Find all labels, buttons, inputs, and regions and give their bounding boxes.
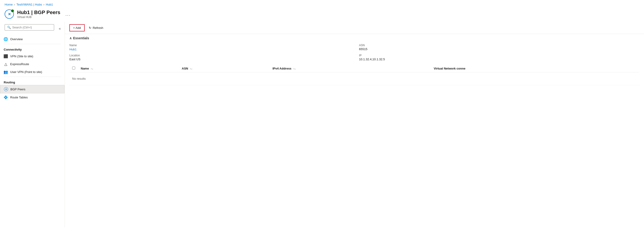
sidebar: 🔍 « 🌐 Overview Connectivity ⬛ VPN (Site … bbox=[0, 22, 65, 228]
sidebar-item-vpn[interactable]: ⬛ VPN (Site to site) bbox=[0, 52, 64, 60]
refresh-icon: ↻ bbox=[89, 26, 91, 29]
breadcrumb-hub1[interactable]: Hub1 bbox=[46, 3, 53, 6]
table-header: Name ↑↓ ASN ↑↓ IPv4 Address ↑↓ Virtual bbox=[70, 65, 639, 72]
page-header: Hub1 | BGP Peers Virtual HUB ... bbox=[0, 8, 644, 22]
essentials-ip-value: 10.1.32.4,10.1.32.5 bbox=[359, 57, 639, 61]
no-results-label: No results bbox=[72, 74, 636, 83]
page-icon bbox=[5, 9, 14, 19]
essentials-collapse-icon: ∧ bbox=[70, 36, 72, 40]
sidebar-item-bgppeers[interactable]: ✕ BGP Peers bbox=[0, 85, 64, 93]
table-header-vnetconn: Virtual Network conne bbox=[431, 65, 639, 72]
sidebar-item-expressroute[interactable]: △ ExpressRoute bbox=[0, 60, 64, 68]
search-icon: 🔍 bbox=[7, 26, 11, 29]
essentials-location: Location East US bbox=[70, 54, 350, 61]
sidebar-item-uservpn[interactable]: 👥 User VPN (Point to site) bbox=[0, 68, 64, 76]
status-indicator bbox=[11, 9, 14, 12]
essentials-asn-label: ASN bbox=[359, 44, 639, 47]
essentials-asn-value: 65515 bbox=[359, 47, 639, 51]
sort-asn-icon: ↑↓ bbox=[190, 67, 192, 70]
refresh-label: Refresh bbox=[93, 26, 104, 29]
essentials-header[interactable]: ∧ Essentials bbox=[65, 34, 644, 42]
main-content: + Add ↻ Refresh ∧ Essentials Name Hub1 A… bbox=[65, 22, 644, 228]
routing-section-label: Routing bbox=[0, 78, 64, 85]
table-header-asn[interactable]: ASN ↑↓ bbox=[179, 65, 270, 72]
breadcrumb-home[interactable]: Home bbox=[5, 3, 13, 6]
sidebar-divider-2 bbox=[4, 77, 61, 77]
page-title: Hub1 | BGP Peers bbox=[17, 9, 60, 15]
essentials-name-value[interactable]: Hub1 bbox=[70, 48, 76, 51]
table-header-name[interactable]: Name ↑↓ bbox=[78, 65, 179, 72]
sidebar-item-expressroute-label: ExpressRoute bbox=[10, 62, 29, 66]
routetables-icon: 💠 bbox=[4, 95, 8, 99]
select-all-checkbox[interactable] bbox=[72, 66, 75, 69]
sidebar-item-bgppeers-label: BGP Peers bbox=[10, 88, 26, 91]
essentials-location-label: Location bbox=[70, 54, 350, 57]
essentials-name-label: Name bbox=[70, 44, 350, 47]
sidebar-item-uservpn-label: User VPN (Point to site) bbox=[10, 70, 42, 74]
essentials-body: Name Hub1 ASN 65515 Location East US IP … bbox=[65, 42, 644, 65]
search-input[interactable] bbox=[12, 26, 52, 29]
sort-ipv4-icon: ↑↓ bbox=[293, 67, 296, 70]
table-header-ipv4[interactable]: IPv4 Address ↑↓ bbox=[270, 65, 431, 72]
refresh-button[interactable]: ↻ Refresh bbox=[86, 25, 107, 31]
table-container: Name ↑↓ ASN ↑↓ IPv4 Address ↑↓ Virtual bbox=[65, 65, 644, 85]
sidebar-item-overview-label: Overview bbox=[10, 37, 23, 41]
more-options-button[interactable]: ... bbox=[64, 11, 73, 17]
essentials-location-value: East US bbox=[70, 57, 350, 61]
bgp-peers-table: Name ↑↓ ASN ↑↓ IPv4 Address ↑↓ Virtual bbox=[70, 65, 639, 85]
expressroute-icon: △ bbox=[4, 62, 8, 66]
collapse-sidebar-button[interactable]: « bbox=[57, 26, 62, 31]
page-subtitle: Virtual HUB bbox=[17, 15, 60, 19]
breadcrumb-testvwan[interactable]: TestVWAN1 | Hubs bbox=[16, 3, 42, 6]
bgp-icon: ✕ bbox=[4, 87, 8, 91]
toolbar: + Add ↻ Refresh bbox=[65, 22, 644, 34]
table-header-checkbox bbox=[70, 65, 78, 72]
main-layout: 🔍 « 🌐 Overview Connectivity ⬛ VPN (Site … bbox=[0, 22, 644, 228]
vpn-icon: ⬛ bbox=[4, 54, 8, 58]
sort-name-icon: ↑↓ bbox=[91, 67, 93, 70]
globe-icon: 🌐 bbox=[4, 37, 8, 41]
table-body: No results bbox=[70, 72, 639, 85]
sidebar-divider-1 bbox=[4, 44, 61, 44]
page-title-group: Hub1 | BGP Peers Virtual HUB bbox=[17, 9, 60, 19]
sidebar-item-vpn-label: VPN (Site to site) bbox=[10, 54, 33, 58]
breadcrumb: Home › TestVWAN1 | Hubs › Hub1 bbox=[0, 0, 644, 8]
sidebar-item-routetables-label: Route Tables bbox=[10, 96, 28, 99]
essentials-ip-label: IP bbox=[359, 54, 639, 57]
search-box[interactable]: 🔍 bbox=[5, 24, 54, 30]
essentials-asn: ASN 65515 bbox=[359, 44, 639, 51]
essentials-label: Essentials bbox=[73, 36, 89, 40]
sidebar-item-routetables[interactable]: 💠 Route Tables bbox=[0, 93, 64, 101]
add-button[interactable]: + Add bbox=[70, 24, 85, 31]
connectivity-section-label: Connectivity bbox=[0, 45, 64, 52]
essentials-name: Name Hub1 bbox=[70, 44, 350, 51]
sidebar-item-overview[interactable]: 🌐 Overview bbox=[0, 35, 64, 43]
uservpn-icon: 👥 bbox=[4, 70, 8, 74]
no-results-row: No results bbox=[70, 72, 639, 85]
essentials-ip: IP 10.1.32.4,10.1.32.5 bbox=[359, 54, 639, 61]
